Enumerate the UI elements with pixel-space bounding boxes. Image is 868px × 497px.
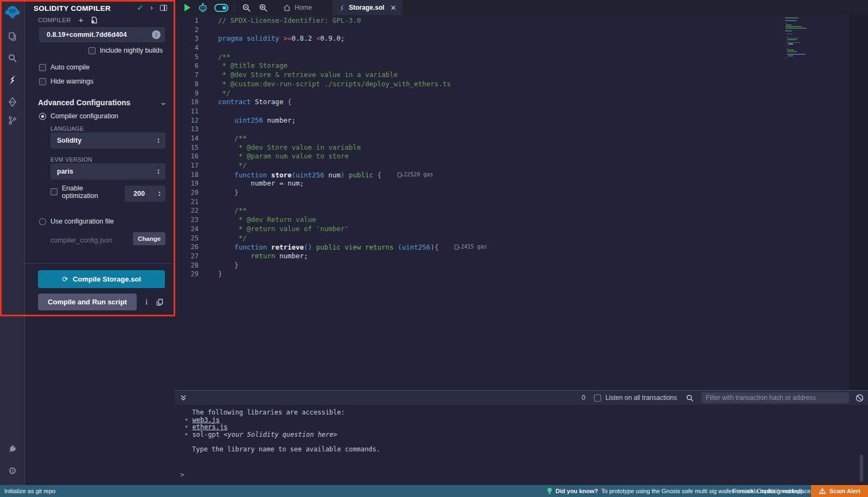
git-icon[interactable] [0, 113, 25, 128]
minimap-line [786, 29, 786, 30]
evm-version-label: EVM VERSION [50, 156, 92, 163]
terminal-text: • [184, 416, 192, 424]
include-nightly-checkbox[interactable] [88, 47, 95, 54]
line-number: 18 [175, 170, 199, 180]
chevron-updown-icon: ▲▼ [158, 190, 161, 197]
tip-text: To prototype using the Gnosis safe multi… [601, 488, 812, 494]
code-line: } [218, 261, 487, 270]
code-line: pragma solidity >=0.8.2 <0.9.0; [218, 34, 487, 43]
transaction-filter-input[interactable] [701, 392, 849, 403]
enable-optimization-checkbox[interactable] [50, 188, 58, 195]
language-select[interactable]: Solidity ▲▼ [50, 132, 165, 149]
minimap-line [787, 53, 788, 54]
code-line: * @param num value to store [218, 152, 487, 161]
listen-transactions-checkbox[interactable] [594, 394, 601, 402]
line-number: 28 [175, 261, 199, 270]
compiler-version-select[interactable]: 0.8.19+commit.7dd6d404 ▲▼ [39, 27, 165, 42]
terminal-link[interactable]: web3.js [192, 416, 220, 424]
tab-storage-sol[interactable]: Storage.sol ✕ [333, 0, 403, 15]
evm-version-value: paris [57, 168, 157, 175]
code-content: // SPDX-License-Identifier: GPL-3.0 prag… [218, 16, 487, 279]
line-number: 22 [175, 206, 199, 215]
terminal-text: sol-gpt [192, 431, 224, 438]
code-token: } [234, 261, 239, 269]
run-script-button[interactable] [184, 4, 190, 11]
terminal-line: • ethers.js [175, 424, 868, 431]
open-file-icon[interactable] [91, 16, 98, 24]
hide-warnings-checkbox[interactable] [39, 78, 46, 85]
advanced-configurations-toggle[interactable]: Advanced Configurations ⌄ [38, 98, 166, 107]
clear-console-icon[interactable] [856, 394, 864, 402]
code-line: } [218, 270, 487, 279]
optimization-runs-input[interactable]: 200 ▲▼ [125, 186, 165, 202]
code-token [218, 188, 234, 196]
compiler-configuration-radio[interactable] [39, 113, 46, 120]
terminal-scrollbar[interactable] [860, 455, 863, 482]
settings-icon[interactable]: ⚙ [0, 463, 25, 479]
gas-estimate: 2415 gas [455, 243, 487, 252]
editor-minimap[interactable] [785, 17, 816, 60]
code-line: * @dev Store & retrieve value in a varia… [218, 71, 487, 80]
copilot-toggle[interactable] [214, 4, 228, 12]
tab-home[interactable]: Home [277, 0, 318, 15]
config-file-name[interactable]: compiler_config.json [50, 237, 112, 244]
line-number: 25 [175, 234, 199, 243]
home-icon [283, 4, 291, 11]
minimap-line [785, 58, 786, 59]
use-configuration-file-radio[interactable] [39, 218, 46, 225]
file-explorer-icon[interactable] [0, 29, 25, 44]
minimap-line [787, 45, 787, 46]
terminal-line: The following libraries are accessible: [175, 409, 868, 417]
scam-alert-badge[interactable]: Scam Alert [811, 485, 868, 497]
code-token: * @custom:dev-run-script ./scripts/deplo… [218, 80, 451, 88]
plugin-manager-icon[interactable] [0, 442, 25, 457]
info-icon[interactable]: i [145, 298, 148, 306]
pin-panel-icon[interactable]: › [150, 3, 153, 12]
solidity-compiler-icon[interactable] [0, 72, 25, 87]
code-token: * @title Storage [218, 61, 288, 69]
code-line: // SPDX-License-Identifier: GPL-3.0 [218, 16, 487, 26]
change-config-button[interactable]: Change [133, 232, 165, 245]
code-token: * @return value of 'number' [218, 225, 349, 233]
compile-button[interactable]: ⟳ Compile Storage.sol [38, 270, 165, 288]
line-number-gutter: 1234567891011121314151617181920212223242… [175, 16, 207, 279]
terminal-link[interactable]: ethers.js [192, 423, 227, 431]
auto-compile-checkbox[interactable] [39, 64, 46, 71]
minimap-line [787, 36, 788, 37]
chevron-updown-icon: ▲▼ [157, 137, 160, 144]
minimap-line [785, 47, 816, 48]
terminal-prompt[interactable]: > [180, 470, 184, 479]
minimap-line [788, 43, 793, 44]
code-token: ){ [430, 243, 438, 251]
add-custom-compiler-icon[interactable]: + [79, 16, 84, 24]
compile-and-run-button[interactable]: Compile and Run script [38, 294, 137, 310]
git-init-status[interactable]: Initialize as git repo [4, 488, 55, 494]
terminal-output[interactable]: The following libraries are accessible:•… [175, 405, 868, 485]
zoom-out-icon[interactable] [242, 3, 251, 12]
panel-divider [25, 263, 175, 264]
zoom-in-icon[interactable] [259, 3, 268, 12]
deploy-and-run-icon[interactable] [0, 94, 25, 110]
code-token: 0.9.0; [320, 34, 344, 42]
split-view-icon[interactable] [160, 5, 167, 11]
remix-logo-icon[interactable] [2, 2, 23, 23]
code-line: /** [218, 53, 487, 62]
editor-region: Home Storage.sol ✕ 123456789101112131415… [175, 0, 868, 485]
evm-version-select[interactable]: paris ▲▼ [50, 163, 165, 180]
collapse-terminal-icon[interactable] [180, 394, 187, 401]
line-number: 20 [175, 188, 199, 197]
minimap-line [787, 41, 788, 42]
search-icon[interactable] [0, 50, 25, 66]
code-line: * @custom:dev-run-script ./scripts/deplo… [218, 80, 487, 89]
language-value: Solidity [57, 137, 157, 144]
close-tab-icon[interactable]: ✕ [390, 4, 396, 12]
code-token: { [378, 171, 382, 179]
minimap-line [787, 34, 793, 35]
terminal-search-icon[interactable] [686, 394, 694, 402]
remixai-assistant-icon[interactable] [198, 3, 208, 12]
code-token: (uint256 [398, 243, 430, 251]
copy-icon[interactable] [156, 298, 163, 306]
code-editor[interactable]: 1234567891011121314151617181920212223242… [175, 15, 868, 390]
code-token: */ [218, 161, 247, 169]
code-token: function [234, 243, 267, 251]
